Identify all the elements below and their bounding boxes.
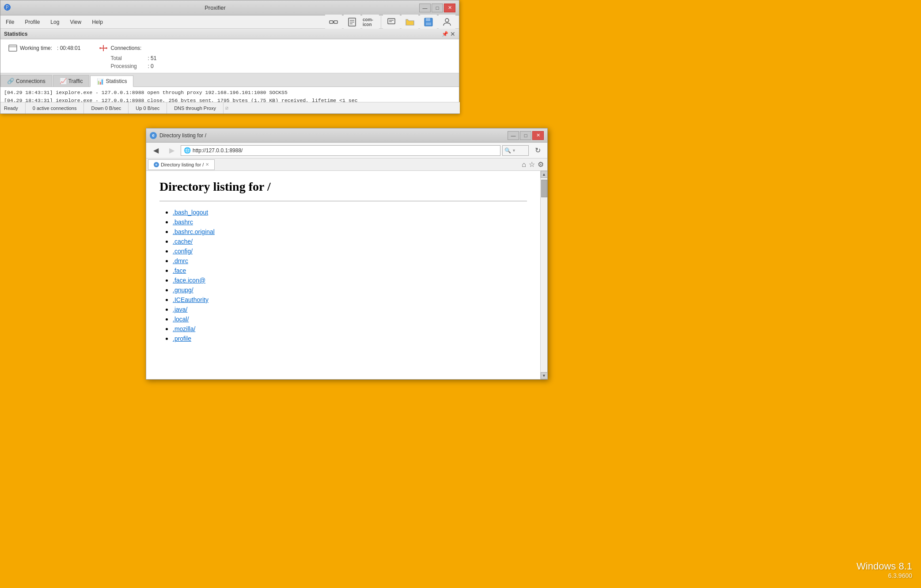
toolbar-log-btn[interactable]: [344, 15, 360, 30]
ie-tab-1[interactable]: e Directory listing for / ✕: [148, 159, 215, 170]
ie-search-icon: 🔍: [504, 147, 511, 154]
svg-rect-14: [9, 45, 17, 51]
total-label: Total: [110, 55, 146, 61]
dir-link-2[interactable]: .bashrc.original: [173, 228, 215, 235]
toolbar-register-btn[interactable]: [439, 15, 455, 30]
scrollbar-down-button[interactable]: ▼: [541, 372, 548, 379]
dir-link-7[interactable]: .face.icon@: [173, 277, 205, 284]
proxifier-title: Proxifier: [11, 4, 419, 11]
dir-link-1[interactable]: .bashrc: [173, 219, 193, 226]
dir-divider: [159, 201, 527, 201]
ie-refresh-button[interactable]: ↻: [531, 144, 545, 157]
ie-content: Directory listing for / .bash_logout .ba…: [146, 171, 547, 379]
save-icon: [424, 17, 433, 27]
total-value: : 51: [148, 55, 156, 61]
toolbar-com-btn[interactable]: com-icon: [362, 15, 379, 30]
ie-favicon: e: [150, 132, 157, 139]
menu-profile[interactable]: Profile: [23, 18, 42, 26]
svg-rect-1: [334, 21, 337, 23]
proxifier-logo: 🅟: [4, 4, 11, 12]
ie-title-text: Directory listing for /: [159, 132, 206, 139]
dir-link-11[interactable]: .local/: [173, 316, 189, 323]
ie-close-button[interactable]: ✕: [532, 131, 544, 140]
list-item: .ICEauthority: [173, 296, 527, 304]
scrollbar-up-button[interactable]: ▲: [541, 171, 548, 178]
status-up: Up 0 B/sec: [129, 102, 167, 113]
toolbar-connections-btn[interactable]: [325, 15, 342, 30]
page-title: Directory listing for /: [159, 180, 527, 194]
ie-tabbar: e Directory listing for / ✕ ⌂ ☆ ⚙: [146, 158, 547, 171]
ie-minimize-button[interactable]: —: [508, 131, 519, 140]
tab-bar: 🔗 Connections 📈 Traffic 📊 Statistics: [0, 73, 459, 87]
ie-scrollbar: ▲ ▼: [540, 171, 547, 379]
proxifier-win-controls: — □ ✕: [419, 4, 455, 12]
ie-home-icon[interactable]: ⌂: [522, 161, 526, 169]
register-icon: [442, 17, 452, 27]
list-item: .dmrc: [173, 257, 527, 265]
windows-version: Windows 8.1: [857, 561, 912, 572]
ie-tab-close-button[interactable]: ✕: [205, 162, 209, 167]
list-item: .face.icon@: [173, 276, 527, 284]
list-item: .gnupg/: [173, 286, 527, 294]
statistics-title: Statistics: [4, 31, 27, 37]
ie-address-bar[interactable]: 🌐 http://127.0.0.1:8988/: [181, 145, 500, 156]
tab-connections[interactable]: 🔗 Connections: [0, 75, 52, 87]
status-ready: Ready: [4, 102, 26, 113]
tab-statistics[interactable]: 📊 Statistics: [90, 75, 133, 87]
dir-link-0[interactable]: .bash_logout: [173, 209, 208, 216]
proxifier-maximize-button[interactable]: □: [432, 4, 443, 12]
ie-tab-favicon: e: [154, 162, 159, 167]
statistics-pin-icon[interactable]: 📌: [442, 31, 448, 37]
toolbar-save-btn[interactable]: [420, 15, 437, 30]
proxifier-minimize-button[interactable]: —: [419, 4, 431, 12]
ie-search-dropdown[interactable]: ▼: [512, 148, 516, 153]
ie-tab-label: Directory listing for /: [161, 162, 204, 167]
proxifier-close-button[interactable]: ✕: [444, 4, 455, 12]
ie-settings-icon[interactable]: ⚙: [538, 160, 544, 169]
dir-link-8[interactable]: .gnupg/: [173, 286, 193, 294]
menu-view[interactable]: View: [68, 18, 83, 26]
ie-window: e Directory listing for / — □ ✕ ◀ ▶ 🌐 ht…: [146, 128, 548, 380]
ie-search-bar[interactable]: 🔍 ▼: [502, 145, 529, 156]
menu-file[interactable]: File: [4, 18, 16, 26]
dir-link-9[interactable]: .ICEauthority: [173, 296, 208, 303]
stats-connections-row: Connections:: [98, 43, 156, 53]
svg-point-18: [99, 47, 101, 49]
dir-link-12[interactable]: .mozilla/: [173, 325, 195, 332]
dir-link-13[interactable]: .profile: [173, 335, 191, 342]
ie-back-button[interactable]: ◀: [149, 144, 163, 157]
ie-title-area: e Directory listing for /: [150, 132, 508, 139]
ie-favorites-icon[interactable]: ☆: [529, 160, 535, 169]
dir-link-3[interactable]: .cache/: [173, 238, 193, 245]
statistics-tab-label: Statistics: [106, 78, 127, 84]
statistics-close-icon[interactable]: ✕: [450, 30, 455, 38]
proxifier-statusbar: Ready 0 active connections Down 0 B/sec …: [0, 102, 460, 113]
traffic-tab-icon: 📈: [60, 78, 67, 84]
list-item: .local/: [173, 315, 527, 323]
list-item: .java/: [173, 305, 527, 313]
ie-toolbar-right: ⌂ ☆ ⚙: [522, 160, 546, 169]
toolbar-profile-btn[interactable]: [383, 15, 400, 30]
tab-traffic[interactable]: 📈 Traffic: [53, 75, 90, 87]
ie-maximize-button[interactable]: □: [520, 131, 531, 140]
traffic-tab-label: Traffic: [68, 78, 83, 84]
dir-link-5[interactable]: .dmrc: [173, 257, 188, 264]
toolbar-open-btn[interactable]: [402, 15, 418, 30]
list-item: .bash_logout: [173, 208, 527, 216]
menu-log[interactable]: Log: [49, 18, 61, 26]
menu-help[interactable]: Help: [90, 18, 105, 26]
dir-link-10[interactable]: .java/: [173, 306, 187, 313]
list-item: .bashrc.original: [173, 228, 527, 236]
ie-address-text: http://127.0.0.1:8988/: [193, 147, 243, 154]
dir-link-6[interactable]: .face: [173, 267, 186, 274]
list-item: .config/: [173, 247, 527, 255]
svg-rect-12: [426, 23, 431, 25]
ie-forward-button[interactable]: ▶: [165, 144, 179, 157]
stats-col-right: Connections: Total : 51 Processing : 0: [98, 43, 156, 69]
ie-titlebar: e Directory listing for / — □ ✕: [146, 128, 547, 143]
dir-link-4[interactable]: .config/: [173, 248, 193, 255]
scrollbar-thumb[interactable]: [541, 180, 547, 197]
status-resize-icon: ⧄: [225, 105, 228, 111]
statistics-tab-icon: 📊: [97, 78, 104, 85]
connections-stat-icon: [98, 43, 109, 53]
